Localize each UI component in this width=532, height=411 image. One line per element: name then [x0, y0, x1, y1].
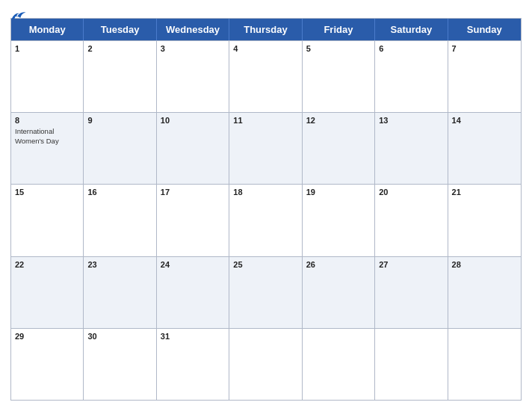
day-cell: 26 [303, 257, 375, 328]
week-row-3: 15161718192021 [11, 184, 521, 256]
day-headers-row: MondayTuesdayWednesdayThursdayFridaySatu… [11, 19, 521, 40]
day-number: 18 [233, 188, 297, 197]
calendar-container: MondayTuesdayWednesdayThursdayFridaySatu… [0, 0, 532, 411]
day-header-tuesday: Tuesday [84, 19, 156, 40]
day-number: 19 [306, 188, 371, 197]
day-cell [229, 329, 302, 400]
day-number: 27 [379, 260, 443, 270]
day-cell: 1 [11, 41, 84, 112]
day-cell: 6 [375, 41, 448, 112]
day-cell: 11 [229, 113, 302, 184]
day-cell: 15 [11, 185, 84, 256]
day-number: 10 [161, 116, 225, 126]
day-number: 13 [379, 116, 443, 126]
day-cell: 22 [11, 257, 84, 328]
day-cell: 25 [229, 257, 302, 328]
day-cell: 31 [157, 329, 229, 400]
day-number: 1 [15, 44, 79, 54]
day-cell: 13 [375, 113, 448, 184]
day-cell: 19 [303, 185, 375, 256]
day-cell: 2 [84, 41, 156, 112]
day-number: 2 [87, 44, 152, 54]
day-cell: 12 [303, 113, 375, 184]
day-number: 5 [306, 44, 371, 54]
day-number: 3 [161, 44, 225, 54]
day-cell: 4 [229, 41, 302, 112]
week-row-1: 1234567 [11, 40, 521, 112]
day-cell: 17 [157, 185, 229, 256]
day-number: 22 [15, 260, 79, 270]
day-header-friday: Friday [303, 19, 375, 40]
day-number: 4 [233, 44, 297, 54]
day-number: 21 [452, 188, 517, 197]
day-cell: 20 [375, 185, 448, 256]
day-cell [303, 329, 375, 400]
week-row-4: 22232425262728 [11, 256, 521, 328]
day-cell: 8International Women's Day [11, 113, 84, 184]
day-header-sunday: Sunday [448, 19, 521, 40]
day-number: 30 [87, 332, 152, 342]
day-number: 7 [452, 44, 517, 54]
day-header-wednesday: Wednesday [157, 19, 229, 40]
day-cell: 16 [84, 185, 156, 256]
logo-area [10, 9, 29, 22]
day-cell: 14 [448, 113, 521, 184]
day-number: 28 [452, 260, 517, 270]
day-cell: 5 [303, 41, 375, 112]
day-number: 14 [452, 116, 517, 126]
day-number: 20 [379, 188, 443, 197]
day-number: 26 [306, 260, 371, 270]
logo-bird-icon [10, 9, 27, 22]
weeks-container: 12345678International Women's Day9101112… [11, 40, 521, 400]
day-cell: 23 [84, 257, 156, 328]
day-number: 8 [15, 116, 79, 126]
day-cell: 24 [157, 257, 229, 328]
day-header-thursday: Thursday [229, 19, 302, 40]
week-row-2: 8International Women's Day91011121314 [11, 112, 521, 184]
day-number: 29 [15, 332, 79, 342]
calendar-header [10, 7, 522, 18]
day-number: 6 [379, 44, 443, 54]
day-cell: 9 [84, 113, 156, 184]
day-number: 23 [87, 260, 152, 270]
day-cell: 28 [448, 257, 521, 328]
day-cell: 29 [11, 329, 84, 400]
week-row-5: 293031 [11, 328, 521, 400]
day-cell: 3 [157, 41, 229, 112]
event-text: International Women's Day [15, 127, 79, 146]
day-cell [375, 329, 448, 400]
day-cell: 27 [375, 257, 448, 328]
day-number: 9 [87, 116, 152, 126]
day-number: 31 [161, 332, 225, 342]
calendar-grid: MondayTuesdayWednesdayThursdayFridaySatu… [10, 18, 522, 401]
day-number: 12 [306, 116, 371, 126]
day-cell: 7 [448, 41, 521, 112]
day-cell: 30 [84, 329, 156, 400]
day-number: 25 [233, 260, 297, 270]
day-cell: 18 [229, 185, 302, 256]
day-cell: 10 [157, 113, 229, 184]
day-number: 15 [15, 188, 79, 197]
day-header-saturday: Saturday [375, 19, 448, 40]
day-cell: 21 [448, 185, 521, 256]
day-cell [448, 329, 521, 400]
day-number: 16 [87, 188, 152, 197]
day-number: 24 [161, 260, 225, 270]
day-number: 17 [161, 188, 225, 197]
day-number: 11 [233, 116, 297, 126]
